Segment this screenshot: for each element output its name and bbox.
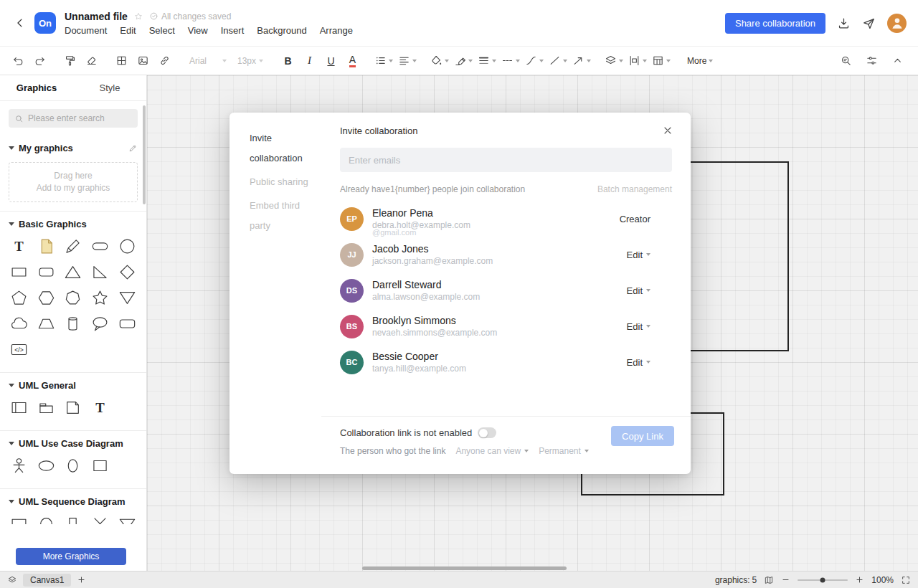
tab-style[interactable]: Style (73, 75, 146, 100)
eraser-icon[interactable] (82, 52, 101, 70)
add-canvas-icon[interactable] (77, 575, 86, 584)
favorite-star-icon[interactable] (133, 11, 143, 22)
font-family-select[interactable]: Arial (185, 52, 231, 70)
line-weight-icon[interactable] (476, 52, 498, 70)
fullscreen-icon[interactable] (901, 575, 911, 585)
uml-note-shape[interactable] (61, 395, 85, 419)
more-graphics-button[interactable]: More Graphics (16, 548, 126, 565)
card-shape[interactable] (115, 311, 139, 336)
format-painter-icon[interactable] (60, 52, 80, 70)
circle-shape[interactable] (115, 234, 139, 258)
minimap-icon[interactable] (764, 575, 774, 585)
text-shape[interactable]: T (7, 234, 32, 258)
zoom-in-icon[interactable] (855, 575, 864, 584)
dash-style-icon[interactable] (500, 52, 521, 70)
pen-shape[interactable] (61, 234, 85, 258)
file-title[interactable]: Unnamed file (65, 11, 128, 22)
inverted-triangle-shape[interactable] (115, 285, 139, 310)
hexagon-shape[interactable] (34, 285, 58, 310)
canvas-layers-icon[interactable] (7, 575, 17, 585)
font-size-select[interactable]: 13px (233, 52, 268, 70)
permission-dropdown[interactable]: Anyone can view (455, 446, 529, 456)
rounded-rectangle-shape[interactable] (34, 260, 58, 284)
my-graphics-dropzone[interactable]: Drag hereAdd to my graphics (9, 162, 138, 202)
collaboration-link-toggle[interactable] (478, 427, 496, 438)
adjust-sliders-icon[interactable] (862, 52, 881, 70)
menu-edit[interactable]: Edit (120, 25, 136, 36)
grid-icon[interactable] (112, 52, 131, 70)
collapse-chevron-icon[interactable] (888, 52, 907, 70)
highlighter-icon[interactable] (453, 52, 474, 70)
menu-arrange[interactable]: Arrange (320, 25, 353, 36)
code-block-shape[interactable]: </> (7, 337, 32, 361)
section-header-basic-graphics[interactable]: Basic Graphics (0, 212, 146, 232)
seq-destroy-shape[interactable] (88, 511, 113, 524)
heptagon-shape[interactable] (61, 285, 85, 310)
more-button[interactable]: More (683, 52, 717, 70)
trapezoid-shape[interactable] (34, 311, 58, 336)
usecase-ellipse-shape[interactable] (34, 453, 58, 478)
actor-shape[interactable] (7, 453, 32, 478)
stadium-shape[interactable] (88, 234, 113, 258)
tab-graphics[interactable]: Graphics (0, 75, 73, 100)
download-icon[interactable] (837, 16, 851, 30)
section-header-uml-use-case-diagram[interactable]: UML Use Case Diagram (0, 431, 146, 452)
back-button[interactable] (11, 14, 29, 32)
line-icon[interactable] (547, 52, 569, 70)
menu-insert[interactable]: Insert (221, 25, 245, 36)
underline-button[interactable]: U (321, 52, 341, 70)
member-role-dropdown[interactable]: Edit (627, 357, 650, 368)
zoom-percent[interactable]: 100% (871, 575, 894, 585)
uml-object-shape[interactable] (7, 395, 32, 419)
link-icon[interactable] (155, 52, 174, 70)
app-logo[interactable]: On (34, 12, 56, 34)
user-avatar[interactable] (887, 14, 907, 33)
note-shape[interactable] (34, 234, 58, 258)
speech-bubble-shape[interactable] (88, 311, 113, 336)
seq-loop-shape[interactable] (115, 511, 139, 524)
connector-icon[interactable] (524, 52, 545, 70)
rectangle-shape[interactable] (7, 260, 32, 284)
edit-pencil-icon[interactable] (128, 143, 138, 153)
search-input[interactable] (28, 113, 132, 123)
seq-object-shape[interactable] (7, 511, 32, 524)
share-collaboration-button[interactable]: Share collaboration (725, 13, 825, 34)
dialog-nav-public-sharing[interactable]: Public sharing (250, 172, 314, 192)
right-triangle-shape[interactable] (88, 260, 113, 284)
section-header-my-graphics[interactable]: My graphics (0, 136, 146, 156)
duration-dropdown[interactable]: Permanent (539, 446, 589, 456)
bold-button[interactable]: B (278, 52, 298, 70)
sidebar-scrollbar[interactable] (143, 105, 146, 204)
lifeline-shape[interactable] (61, 453, 85, 478)
distribute-icon[interactable] (627, 52, 648, 70)
dialog-nav-invite-collaboration[interactable]: Invite collaboration (250, 128, 314, 169)
menu-select[interactable]: Select (149, 25, 175, 36)
zoom-out-icon[interactable] (781, 575, 790, 584)
section-header-uml-general[interactable]: UML General (0, 373, 146, 394)
member-role-dropdown[interactable]: Edit (627, 250, 650, 260)
copy-link-button[interactable]: Copy Link (611, 426, 674, 446)
layers-icon[interactable] (603, 52, 625, 70)
send-icon[interactable] (862, 16, 876, 30)
dialog-nav-embed-third-party[interactable]: Embed third party (250, 196, 314, 236)
find-replace-icon[interactable] (836, 52, 856, 70)
diamond-shape[interactable] (115, 260, 139, 284)
email-input[interactable] (340, 148, 672, 172)
undo-icon[interactable] (9, 52, 28, 70)
cylinder-shape[interactable] (61, 311, 85, 336)
uml-text-shape[interactable]: T (88, 395, 113, 419)
member-role-dropdown[interactable]: Edit (627, 321, 650, 332)
italic-button[interactable]: I (300, 52, 319, 70)
menu-document[interactable]: Document (65, 25, 107, 36)
list-icon[interactable] (373, 52, 394, 70)
seq-circle-shape[interactable] (34, 511, 58, 524)
arrow-icon[interactable] (571, 52, 592, 70)
pentagon-shape[interactable] (7, 285, 32, 310)
zoom-slider[interactable] (798, 579, 848, 581)
batch-management-link[interactable]: Batch management (597, 184, 672, 194)
menu-view[interactable]: View (188, 25, 208, 36)
uml-package-shape[interactable] (34, 395, 58, 419)
align-text-icon[interactable] (397, 52, 418, 70)
fill-bucket-icon[interactable] (429, 52, 450, 70)
canvas-tab[interactable]: Canvas1 (23, 574, 71, 587)
